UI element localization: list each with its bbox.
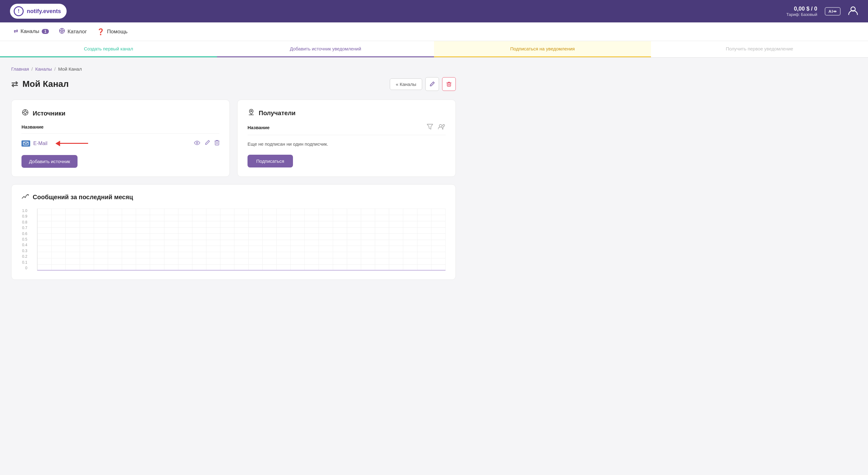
breadcrumb: Главная / Каналы / Мой Канал: [11, 66, 456, 72]
header: ! notify.events 0,00 $ / 0 Тариф: Базовы…: [0, 0, 868, 23]
nav-item-help[interactable]: ❓ Помощь: [93, 23, 131, 41]
y-axis: 1.0 0.9 0.8 0.7 0.6 0.5 0.4 0.3 0.2 0.1 …: [22, 209, 27, 271]
breadcrumb-home[interactable]: Главная: [11, 66, 29, 72]
page-title-text: Мой Канал: [23, 79, 69, 89]
add-source-button[interactable]: Добавить источник: [22, 155, 78, 168]
chart-area: 1.0 0.9 0.8 0.7 0.6 0.5 0.4 0.3 0.2 0.1 …: [37, 209, 445, 271]
logo[interactable]: ! notify.events: [10, 4, 67, 19]
chart-card: Сообщений за последний месяц 1.0 0.9 0.8…: [11, 184, 456, 280]
progress-bar: Создать первый канал Добавить источник у…: [0, 41, 868, 58]
email-source-icon: [22, 140, 30, 147]
balance-amount: 0,00 $ / 0: [786, 6, 817, 12]
sources-card: Источники Название E-Mail: [11, 100, 230, 177]
page-title-row: ⇄ Мой Канал « Каналы: [11, 77, 456, 91]
svg-point-11: [24, 111, 27, 114]
nav-item-channels[interactable]: ⇄ Каналы 1: [10, 23, 53, 41]
svg-rect-7: [447, 83, 451, 86]
edit-source-icon[interactable]: [205, 140, 210, 147]
delete-source-icon[interactable]: [215, 140, 219, 147]
title-actions: « Каналы: [390, 77, 456, 91]
cards-row: Источники Название E-Mail: [11, 100, 456, 177]
chart-icon: [22, 193, 29, 201]
recipients-header-row: Название: [248, 124, 445, 135]
subscribe-button[interactable]: Подписаться: [248, 155, 293, 167]
delete-channel-button[interactable]: [442, 77, 456, 91]
channels-icon: ⇄: [14, 28, 18, 35]
chart-title: Сообщений за последний месяц: [22, 193, 445, 201]
header-right: 0,00 $ / 0 Тариф: Базовый AI⇔: [786, 5, 858, 18]
page-title: ⇄ Мой Канал: [11, 79, 69, 89]
sources-icon: [22, 108, 29, 118]
sources-col-header: Название: [22, 124, 219, 133]
catalog-icon: [59, 28, 65, 35]
arrow-indicator: [55, 141, 88, 146]
recipients-title: Получатели: [248, 108, 445, 118]
logo-icon: !: [14, 6, 24, 16]
back-to-channels-button[interactable]: « Каналы: [390, 78, 422, 90]
source-row: E-Mail: [22, 137, 219, 150]
chart-inner: [37, 209, 445, 271]
logo-text: notify.events: [27, 8, 61, 14]
arrow-head-left: [55, 141, 60, 146]
recipients-header-icons: [427, 124, 445, 131]
arrow-line: [60, 143, 88, 144]
page-title-icon: ⇄: [11, 80, 18, 89]
header-balance-block: 0,00 $ / 0 Тариф: Базовый: [786, 6, 817, 17]
svg-point-17: [196, 142, 198, 144]
source-actions: [194, 140, 219, 147]
catalog-label: Каталог: [67, 29, 87, 35]
svg-point-21: [251, 110, 252, 112]
svg-point-2: [61, 30, 63, 32]
channels-badge: 1: [42, 29, 49, 34]
svg-point-22: [439, 125, 442, 127]
navbar: ⇄ Каналы 1 Каталог ❓ Помощь: [0, 23, 868, 41]
no-subscribers-text: Еще не подписан ни один подписчик.: [248, 139, 445, 149]
recipients-icon: [248, 108, 255, 118]
nav-item-catalog[interactable]: Каталог: [55, 22, 91, 41]
breadcrumb-current: Мой Канал: [58, 66, 82, 72]
edit-channel-button[interactable]: [425, 77, 439, 91]
breadcrumb-sep-2: /: [55, 66, 56, 72]
tariff-label: Тариф: Базовый: [786, 12, 817, 17]
main-content: Главная / Каналы / Мой Канал ⇄ Мой Канал…: [0, 58, 467, 289]
source-name: E-Mail: [22, 140, 88, 147]
vertical-grid-lines: [37, 209, 445, 271]
breadcrumb-channels[interactable]: Каналы: [35, 66, 52, 72]
recipients-card: Получатели Название: [237, 100, 456, 177]
view-source-icon[interactable]: [194, 140, 200, 147]
recipients-col-header: Название: [248, 125, 270, 130]
user-icon[interactable]: [848, 5, 858, 18]
help-label: Помощь: [107, 29, 128, 35]
channels-label: Каналы: [21, 28, 39, 35]
filter-icon[interactable]: [427, 124, 433, 131]
svg-rect-18: [215, 141, 219, 145]
svg-point-23: [443, 125, 444, 126]
progress-step-2[interactable]: Добавить источник уведомлений: [217, 41, 434, 57]
chart-title-text: Сообщений за последний месяц: [33, 194, 133, 201]
help-icon: ❓: [97, 28, 104, 35]
progress-step-1[interactable]: Создать первый канал: [0, 41, 217, 57]
chart-baseline: [37, 270, 445, 271]
breadcrumb-sep-1: /: [31, 66, 33, 72]
source-email-label[interactable]: E-Mail: [33, 141, 47, 146]
progress-step-4: Получить первое уведомление: [651, 41, 868, 57]
users-icon[interactable]: [438, 124, 445, 131]
ai-button[interactable]: AI⇔: [825, 7, 841, 15]
sources-title: Источники: [22, 108, 219, 118]
progress-step-3[interactable]: Подписаться на уведомления: [434, 41, 651, 57]
